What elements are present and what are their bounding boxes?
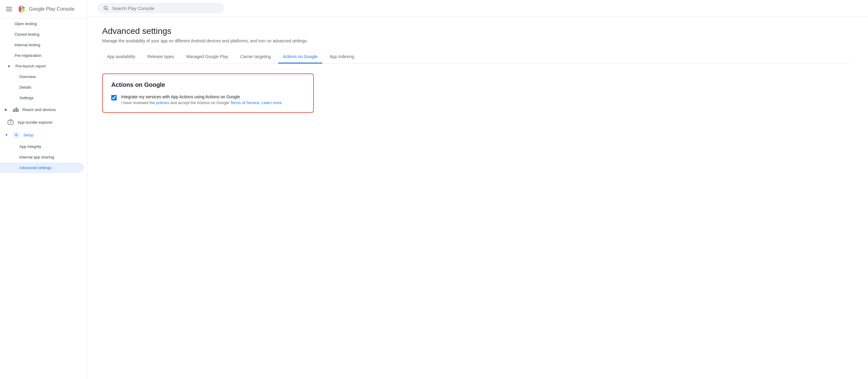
card-title: Actions on Google xyxy=(111,81,305,88)
sidebar: Google Play Console Open testing Closed … xyxy=(0,0,88,379)
sidebar-item-app-integrity[interactable]: App integrity xyxy=(0,141,84,152)
sidebar-item-advanced-settings[interactable]: Advanced settings xyxy=(0,163,84,173)
page-content-area: Advanced settings Manage the availabilit… xyxy=(88,17,868,379)
tab-carrier-targeting[interactable]: Carrier targeting xyxy=(236,51,276,63)
svg-rect-2 xyxy=(14,108,16,112)
sidebar-item-open-testing[interactable]: Open testing xyxy=(0,19,84,29)
hamburger-menu[interactable] xyxy=(5,6,13,12)
bundle-icon xyxy=(7,119,14,125)
svg-rect-6 xyxy=(10,122,11,123)
integrate-checkbox[interactable] xyxy=(111,95,117,100)
play-console-logo-icon xyxy=(17,4,27,14)
sidebar-header: Google Play Console xyxy=(0,0,87,19)
tab-app-indexing[interactable]: App indexing xyxy=(325,51,359,63)
policies-link[interactable]: policies xyxy=(156,100,169,105)
sidebar-item-internal-app-sharing[interactable]: Internal app sharing xyxy=(0,152,84,163)
chevron-down-setup-icon: ▼ xyxy=(5,133,8,137)
svg-rect-4 xyxy=(18,109,19,112)
logo-area: Google Play Console xyxy=(17,4,74,14)
checkbox-main-label[interactable]: Integrate my services with App Actions u… xyxy=(121,94,282,99)
tab-actions-on-google[interactable]: Actions on Google xyxy=(278,51,322,63)
sidebar-item-closed-testing[interactable]: Closed testing xyxy=(0,29,84,40)
tos-link[interactable]: Terms of Service. xyxy=(230,100,260,105)
tab-app-availability[interactable]: App availability xyxy=(102,51,140,63)
svg-rect-1 xyxy=(13,110,14,112)
tabs-bar: App availability Release types Managed G… xyxy=(102,51,854,64)
sidebar-nav: Open testing Closed testing Internal tes… xyxy=(0,19,87,173)
sidebar-item-details[interactable]: Details xyxy=(0,82,84,92)
sub-label-before: I have reviewed the xyxy=(121,100,156,105)
chevron-down-icon: ▼ xyxy=(7,64,10,68)
sub-label-mid: and accept the Actions on Google xyxy=(169,100,230,105)
sidebar-item-app-bundle-explorer[interactable]: App bundle explorer xyxy=(0,116,84,128)
actions-on-google-card: Actions on Google Integrate my services … xyxy=(102,74,314,113)
checkbox-wrap[interactable] xyxy=(111,95,117,101)
checkbox-label-area: Integrate my services with App Actions u… xyxy=(121,94,282,105)
tab-release-types[interactable]: Release types xyxy=(143,51,179,63)
sidebar-item-overview[interactable]: Overview xyxy=(0,71,84,82)
sidebar-item-setup[interactable]: ▼ Setup xyxy=(0,128,84,141)
chevron-right-icon: ▶ xyxy=(5,108,7,112)
svg-point-7 xyxy=(16,134,17,136)
learn-more-link[interactable]: Learn more xyxy=(261,100,281,105)
checkbox-sub-label: I have reviewed the policies and accept … xyxy=(121,100,282,105)
svg-rect-3 xyxy=(16,107,17,112)
integrate-checkbox-row: Integrate my services with App Actions u… xyxy=(111,94,305,105)
page-title: Advanced settings xyxy=(102,26,854,36)
sidebar-item-pre-registration[interactable]: Pre-registration xyxy=(0,50,84,61)
search-icon xyxy=(103,5,108,11)
sidebar-item-internal-testing[interactable]: Internal testing xyxy=(0,40,84,50)
page-subtitle: Manage the availability of your app on d… xyxy=(102,38,854,43)
tab-managed-google-play[interactable]: Managed Google Play xyxy=(181,51,233,63)
main-content: Advanced settings Manage the availabilit… xyxy=(88,0,868,379)
gear-icon xyxy=(13,132,20,138)
search-input[interactable] xyxy=(112,6,218,11)
search-bar[interactable] xyxy=(97,3,224,13)
sidebar-item-reach-devices[interactable]: ▶ Reach and devices xyxy=(0,103,84,116)
sidebar-item-pre-launch-report[interactable]: ▼ Pre-launch report xyxy=(0,61,84,71)
bar-chart-icon xyxy=(12,106,19,113)
sidebar-item-settings-prelaunch[interactable]: Settings xyxy=(0,92,84,103)
app-logo-text: Google Play Console xyxy=(29,6,74,12)
topbar xyxy=(88,0,868,17)
